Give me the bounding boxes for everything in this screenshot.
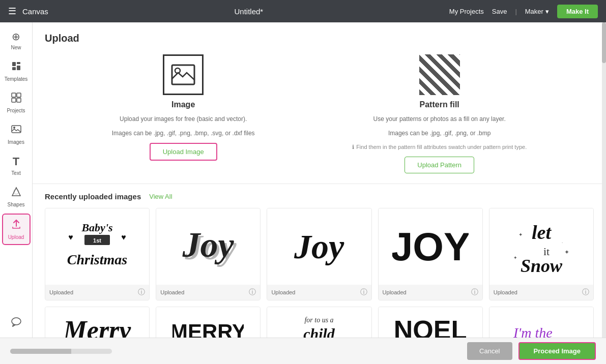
image-card-10[interactable]: I'm the [489,307,594,338]
topbar-right: My Projects Save | Maker ▾ Make It [449,5,598,18]
image-info-icon-1[interactable]: ⓘ [138,288,145,297]
sidebar-item-shapes-label: Shapes [8,202,25,207]
svg-text:MERRY: MERRY [172,320,244,338]
image-card-footer-3: Uploaded ⓘ [267,285,371,300]
svg-text:1st: 1st [93,237,101,244]
footer-buttons: Cancel Proceed Image [467,342,596,360]
sidebar-item-text-label: Text [11,170,20,176]
svg-text:♥: ♥ [121,233,126,241]
upload-pattern-option: Pattern fill Use your patterns or photos… [352,54,527,173]
make-it-button[interactable]: Make It [557,5,598,18]
image-card-footer-1: Uploaded ⓘ [45,285,149,300]
svg-text:for to us a: for to us a [305,316,334,324]
image-card-8[interactable]: for to us a child [267,307,371,338]
sidebar-item-projects[interactable]: Projects [2,88,31,117]
sidebar-item-new-label: New [11,45,21,50]
image-card-9[interactable]: NOEL [378,307,483,338]
main-layout: ⊕ New Templates [0,22,606,338]
image-card-1[interactable]: Baby's 1st ♥ ♥ Christmas Uploaded ⓘ [45,208,150,300]
image-card-preview-10: I'm the [489,307,593,338]
svg-rect-3 [12,67,16,70]
svg-rect-2 [17,66,20,70]
scrollbar-thumb[interactable] [602,22,606,63]
topbar: ☰ Canvas Untitled* My Projects Save | Ma… [0,0,606,22]
sidebar-bottom [9,312,24,333]
image-status-1: Uploaded [49,289,73,295]
image-card-footer-4: Uploaded ⓘ [379,285,482,300]
sidebar-item-upload-label: Upload [8,234,24,240]
svg-text:·: · [562,240,563,245]
svg-text:Snow: Snow [521,256,563,276]
sidebar-item-upload[interactable]: Upload [2,214,31,245]
cancel-button[interactable]: Cancel [467,342,512,360]
hamburger-icon[interactable]: ☰ [8,6,16,17]
svg-text:✦: ✦ [518,232,523,237]
image-card-4[interactable]: JOY Uploaded ⓘ [378,208,483,300]
image-info-icon-3[interactable]: ⓘ [360,288,367,297]
shapes-icon [11,186,22,200]
image-option-desc1: Upload your images for free (basic and v… [120,114,247,124]
image-card-preview-7: MERRY [156,307,260,338]
save-button[interactable]: Save [492,8,507,15]
footer-progress-fill [10,349,71,354]
image-card-5[interactable]: let it Snow ✦ · ✦ ✦ Uploaded ⓘ [489,208,594,300]
svg-text:✦: ✦ [513,255,517,260]
sidebar: ⊕ New Templates [0,22,33,338]
pattern-option-desc2: Images can be .jpg, .gif, .png, or .bmp [388,129,490,138]
upload-image-option: Image Upload your images for free (basic… [112,54,255,173]
proceed-button[interactable]: Proceed Image [518,342,596,360]
pattern-option-icon [419,54,460,95]
svg-text:I'm the: I'm the [513,325,553,338]
pattern-option-info: ℹ Find them in the pattern fill attribut… [352,143,527,151]
image-card-preview-9: NOEL [379,307,482,338]
svg-text:JOY: JOY [392,224,469,269]
upload-image-button[interactable]: Upload Image [150,143,217,161]
image-option-title: Image [171,100,195,109]
topbar-divider: | [515,8,516,15]
image-card-2[interactable]: Joy Joy Uploaded ⓘ [156,208,261,300]
image-status-3: Uploaded [271,289,295,295]
image-status-2: Uploaded [160,289,184,295]
topbar-left: ☰ Canvas [8,6,48,17]
templates-icon [11,60,22,74]
chat-icon[interactable] [9,312,24,333]
image-card-7[interactable]: MERRY [156,307,261,338]
image-info-icon-4[interactable]: ⓘ [471,288,478,297]
image-card-preview-5: let it Snow ✦ · ✦ ✦ [489,208,593,285]
upload-icon [11,219,22,232]
info-circle-icon: ℹ [352,143,354,151]
maker-button[interactable]: Maker ▾ [525,8,549,15]
sidebar-item-shapes[interactable]: Shapes [2,182,31,211]
my-projects-link[interactable]: My Projects [449,8,484,15]
image-card-preview-3: Joy [267,208,371,285]
new-icon: ⊕ [12,31,20,43]
sidebar-item-new[interactable]: ⊕ New [2,26,31,54]
image-card-3[interactable]: Joy Uploaded ⓘ [267,208,371,300]
image-status-5: Uploaded [494,289,517,295]
svg-marker-10 [12,188,20,196]
upload-options: Image Upload your images for free (basic… [33,44,606,184]
sidebar-item-images[interactable]: Images [2,119,31,149]
image-card-preview-4: JOY [379,208,482,285]
image-option-desc2: Images can be .jpg, .gif, .png, .bmp, .s… [112,129,255,138]
image-info-icon-2[interactable]: ⓘ [249,288,256,297]
svg-rect-8 [12,126,21,133]
view-all-link[interactable]: View All [149,193,172,200]
projects-icon [11,92,22,106]
image-info-icon-5[interactable]: ⓘ [582,288,589,297]
upload-pattern-button[interactable]: Upload Pattern [405,157,474,173]
sidebar-item-projects-label: Projects [7,108,25,113]
svg-text:♥: ♥ [68,233,73,241]
svg-point-12 [12,318,21,325]
svg-point-9 [13,127,15,129]
pattern-option-title: Pattern fill [420,100,459,109]
image-card-preview-2: Joy Joy [156,208,260,285]
svg-text:Joy: Joy [294,227,344,266]
image-status-4: Uploaded [383,289,407,295]
sidebar-item-templates[interactable]: Templates [2,56,31,86]
sidebar-item-text[interactable]: T Text [2,151,31,180]
svg-rect-5 [17,93,21,97]
upload-panel-header: Upload [33,22,606,44]
image-card-6[interactable]: Merry [45,307,150,338]
svg-text:NOEL: NOEL [395,315,466,338]
